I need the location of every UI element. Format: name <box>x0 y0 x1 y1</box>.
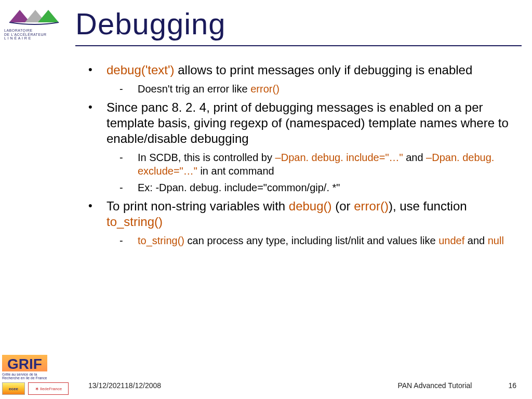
org-logo-subtitle: LABORATOIRE DE L'ACCÉLÉRATEUR L I N É A … <box>4 29 69 41</box>
sub-bullet-item: Ex: -Dpan. debug. include="common/gip/. … <box>107 181 511 194</box>
sub-bullet-list: to_string() can process any type, includ… <box>107 234 511 247</box>
text-segment: debug() <box>289 199 332 213</box>
bottom-logo-block: GRIF Grille au service de la Recherche e… <box>2 355 75 395</box>
text-segment: In SCDB, this is controlled by <box>138 152 275 163</box>
sub-bullet-list: Doesn't trig an error like error() <box>107 82 511 96</box>
ecee-badge: ecee <box>2 382 25 395</box>
text-segment: ), use function <box>389 199 467 213</box>
text-segment: in ant command <box>197 165 274 177</box>
grif-logo: GRIF <box>2 355 47 371</box>
footer-date: 13/12/202118/12/2008 <box>88 381 161 390</box>
sub-bullet-item: Doesn't trig an error like error() <box>107 82 511 96</box>
bullet-item: Since panc 8. 2. 4, print of debugging m… <box>78 100 511 194</box>
sub-bullet-list: In SCDB, this is controlled by –Dpan. de… <box>107 151 511 194</box>
cac-logo <box>4 4 66 28</box>
text-segment: Doesn't trig an error like <box>138 83 250 95</box>
slide-footer: 13/12/202118/12/2008 PAN Advanced Tutori… <box>88 381 516 390</box>
bullet-list: debug('text') allows to print messages o… <box>78 62 511 247</box>
bullet-item: To print non-string variables with debug… <box>78 198 511 247</box>
footer-page-number: 16 <box>508 381 516 390</box>
sub-bullet-item: to_string() can process any type, includ… <box>107 234 511 247</box>
star-icon: ✶ <box>35 386 39 392</box>
bullet-item: debug('text') allows to print messages o… <box>78 62 511 96</box>
title-bar: Debugging <box>75 6 522 46</box>
text-segment: error() <box>354 199 389 213</box>
org-logo-block: LABORATOIRE DE L'ACCÉLÉRATEUR L I N É A … <box>4 4 69 46</box>
grif-subtitle: Grille au service de la Recherche en Ile… <box>2 373 75 380</box>
text-segment: (or <box>332 199 354 213</box>
text-segment: null <box>488 235 504 246</box>
text-segment: Since panc 8. 2. 4, print of debugging m… <box>107 100 509 145</box>
text-segment: can process any type, including list/nli… <box>184 235 438 246</box>
text-segment: to_string() <box>138 235 184 246</box>
sub-bullet-item: In SCDB, this is controlled by –Dpan. de… <box>107 151 511 178</box>
region-badge: ✶ îledeFrance <box>28 382 69 395</box>
text-segment: debug('text') <box>107 63 175 77</box>
text-segment: Ex: -Dpan. debug. include="common/gip/. … <box>138 182 340 193</box>
footer-source: PAN Advanced Tutorial <box>397 381 472 390</box>
text-segment: error() <box>250 83 280 95</box>
text-segment: allows to print messages only if debuggi… <box>175 63 473 77</box>
text-segment: and <box>464 235 487 246</box>
slide-content: debug('text') allows to print messages o… <box>78 62 511 251</box>
text-segment: –Dpan. debug. include="…" <box>275 152 403 163</box>
text-segment: to_string() <box>107 215 163 229</box>
text-segment: and <box>403 152 426 163</box>
slide-title: Debugging <box>75 6 522 41</box>
cac-logo-svg <box>7 6 64 26</box>
text-segment: undef <box>438 235 464 246</box>
text-segment: To print non-string variables with <box>107 199 289 213</box>
